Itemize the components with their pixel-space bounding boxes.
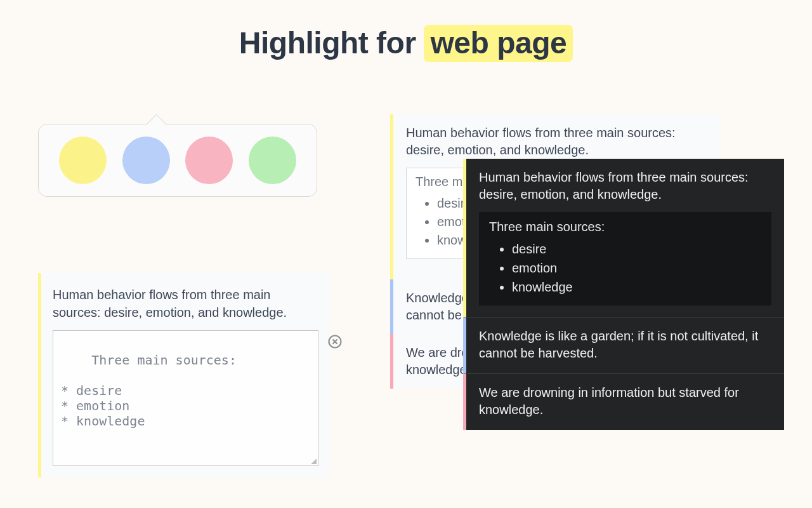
color-swatch-green[interactable] (249, 137, 296, 184)
note-rendered: Three main sources: desire emotion knowl… (479, 212, 771, 305)
page-title-highlighted: web page (424, 25, 573, 62)
note-title: Three main sources: (489, 220, 761, 234)
highlight-item-dark[interactable]: Human behavior flows from three main sou… (463, 159, 784, 317)
color-swatch-blue[interactable] (122, 137, 170, 184)
highlight-item-dark[interactable]: We are drowning in information but starv… (463, 373, 784, 430)
note-clear-button[interactable] (296, 335, 313, 351)
highlight-card-with-note: Human behavior flows from three main sou… (38, 273, 330, 478)
note-textarea-content: Three main sources: * desire * emotion *… (61, 352, 237, 429)
close-circle-icon (266, 319, 343, 368)
color-swatch-pink[interactable] (185, 137, 233, 184)
highlight-quote-text: Human behavior flows from three main sou… (406, 124, 707, 159)
highlight-quote-text: We are drowning in information but starv… (479, 384, 771, 418)
note-bullet-item: knowledge (512, 277, 761, 297)
highlight-quote-text: Human behavior flows from three main sou… (53, 286, 318, 321)
highlight-quote-text: Human behavior flows from three main sou… (479, 169, 771, 203)
highlight-item-dark[interactable]: Knowledge is like a garden; if it is not… (463, 317, 784, 373)
note-bullet-item: emotion (512, 258, 761, 277)
highlight-list-dark: Human behavior flows from three main sou… (463, 159, 784, 430)
highlight-color-picker (38, 124, 317, 197)
page-title: Highlight for web page (0, 25, 812, 60)
note-bullet-list: desire emotion knowledge (512, 239, 761, 297)
note-textarea[interactable]: Three main sources: * desire * emotion *… (53, 330, 318, 466)
highlight-quote-text: Knowledge is like a garden; if it is not… (479, 328, 771, 362)
note-bullet-item: desire (512, 239, 761, 258)
page-title-plain: Highlight for (239, 26, 424, 60)
color-swatch-yellow[interactable] (59, 137, 107, 184)
